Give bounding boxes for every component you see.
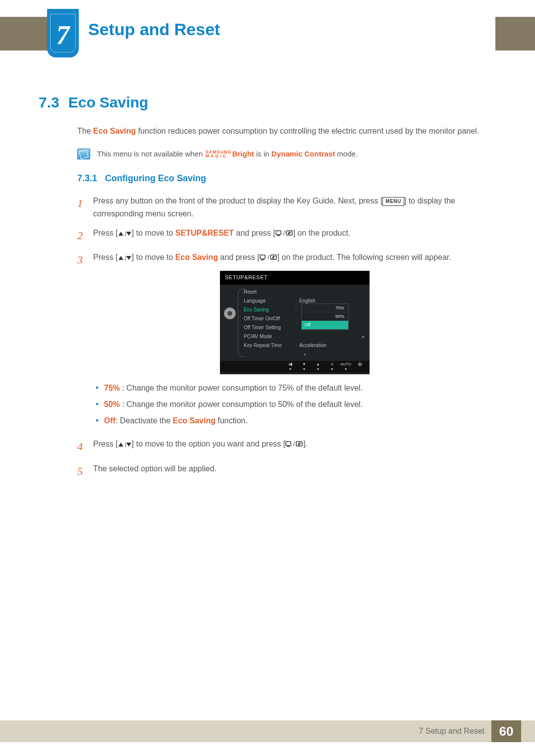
osd-row-reset: Reset — [244, 288, 366, 297]
step-1: 1 Press any button on the front of the p… — [77, 195, 496, 220]
page-footer: 7 Setup and Reset 60 — [0, 720, 535, 742]
svg-rect-19 — [286, 442, 291, 446]
source-enter-icon: / — [275, 229, 293, 237]
osd-down-icon: ▼▾ — [297, 362, 311, 371]
osd-back-icon: ◂▮▾ — [283, 362, 297, 371]
svg-text:/: / — [268, 254, 269, 261]
step-3: 3 Press [/] to move to Eco Saving and pr… — [77, 251, 496, 431]
samsung-magic-logo: SAMSUNGMAGIC — [206, 150, 232, 158]
term-eco-saving: Eco Saving — [93, 127, 136, 135]
svg-rect-3 — [276, 231, 281, 235]
step-number: 5 — [77, 462, 85, 480]
section-title: Eco Saving — [68, 94, 149, 111]
bullet-75: 75% : Change the monitor power consumpti… — [93, 382, 496, 395]
svg-text:/: / — [293, 441, 295, 448]
osd-title: SETUP&RESET — [220, 271, 370, 285]
page-content: 7.3 Eco Saving The Eco Saving function r… — [39, 94, 496, 487]
osd-bracket — [238, 289, 245, 357]
osd-screenshot: SETUP&RESET Reset Language:English Eco S… — [93, 271, 496, 374]
step-5: 5 The selected option will be applied. — [77, 462, 496, 480]
source-enter-icon: / — [260, 253, 277, 261]
steps-list: 1 Press any button on the front of the p… — [77, 195, 496, 480]
osd-enter-icon: ↲▾ — [325, 362, 339, 371]
gear-icon — [224, 307, 236, 319]
svg-rect-11 — [260, 255, 265, 259]
svg-text:/: / — [283, 230, 285, 237]
svg-marker-18 — [126, 443, 131, 447]
note-text: This menu is not available when SAMSUNGM… — [97, 149, 358, 160]
chapter-number: 7 — [47, 20, 79, 50]
osd-option-off: Off — [302, 321, 348, 329]
osd-power-icon: ⏻ — [353, 362, 367, 371]
svg-rect-20 — [287, 446, 290, 447]
svg-marker-16 — [118, 443, 123, 447]
step-2: 2 Press [/] to move to SETUP&RESET and p… — [77, 227, 496, 244]
section-heading: 7.3 Eco Saving — [39, 94, 496, 111]
svg-marker-2 — [126, 232, 131, 236]
up-down-icon: / — [118, 253, 132, 261]
chapter-title: Setup and Reset — [88, 20, 220, 39]
svg-marker-8 — [118, 256, 123, 260]
subsection-heading: 7.3.1 Configuring Eco Saving — [77, 173, 496, 184]
chevron-down-icon: ▾ — [244, 350, 366, 358]
osd-auto-icon: AUTO▾ — [339, 362, 353, 371]
bullet-50: 50% : Change the monitor power consumpti… — [93, 399, 496, 411]
note: This menu is not available when SAMSUNGM… — [77, 149, 496, 160]
chapter-tab: 7 — [47, 9, 79, 57]
subsection-number: 7.3.1 — [77, 173, 97, 184]
up-down-icon: / — [118, 229, 132, 237]
step-number: 1 — [77, 195, 85, 220]
menu-button-icon: MENU — [382, 197, 404, 206]
osd-up-icon: ▲▾ — [311, 362, 325, 371]
step-number: 2 — [77, 227, 85, 244]
intro-paragraph: The Eco Saving function reduces power co… — [77, 125, 496, 138]
subsection-title: Configuring Eco Saving — [105, 173, 206, 184]
page-number: 60 — [491, 720, 521, 742]
svg-text:/: / — [125, 255, 127, 261]
section-number: 7.3 — [39, 94, 59, 111]
bullet-off: Off: Deactivate the Eco Saving function. — [93, 415, 496, 427]
svg-rect-4 — [277, 235, 280, 236]
source-enter-icon: / — [285, 440, 303, 448]
osd-row-pcav: PC/AV Mode▸ — [244, 332, 366, 341]
osd-option-75: 75% — [302, 304, 348, 312]
up-down-icon: / — [118, 440, 132, 448]
svg-marker-0 — [118, 232, 123, 236]
step-number: 3 — [77, 251, 85, 431]
chevron-right-icon: ▸ — [362, 333, 365, 341]
step-4: 4 Press [/] to move to the option you wa… — [77, 438, 496, 455]
svg-text:/: / — [125, 231, 127, 237]
osd-row-key-repeat: Key Repeat Time:Acceleration — [244, 341, 366, 350]
osd-footer: ◂▮▾ ▼▾ ▲▾ ↲▾ AUTO▾ ⏻ — [220, 361, 370, 372]
svg-rect-12 — [261, 259, 264, 260]
step-number: 4 — [77, 438, 85, 455]
osd-dropdown: 75% 50% Off — [301, 303, 349, 330]
note-icon — [77, 149, 90, 159]
svg-text:/: / — [125, 442, 127, 448]
osd-option-50: 50% — [302, 312, 348, 321]
option-bullets: 75% : Change the monitor power consumpti… — [93, 382, 496, 427]
footer-breadcrumb: 7 Setup and Reset — [419, 727, 484, 736]
svg-marker-10 — [126, 256, 131, 260]
